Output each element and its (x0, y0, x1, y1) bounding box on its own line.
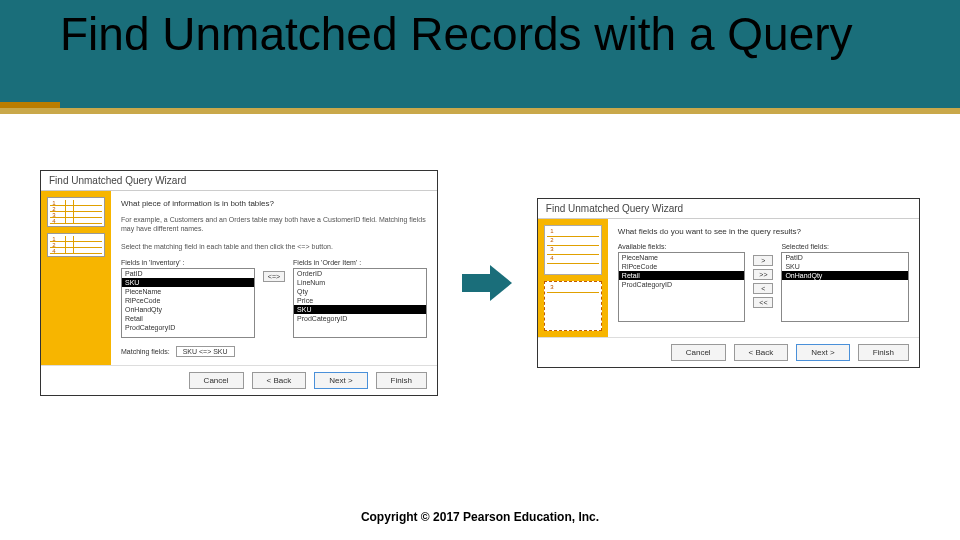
add-all-button[interactable]: >> (753, 269, 773, 280)
selected-fields-listbox[interactable]: PatIDSKUOnHandQty (781, 252, 909, 322)
match-transfer-button[interactable]: <=> (263, 271, 285, 282)
wizard-dialog-select-fields: Find Unmatched Query Wizard 1 2 3 4 3 Wh… (537, 198, 920, 368)
next-button[interactable]: Next > (314, 372, 367, 389)
list-item[interactable]: RlPceCode (122, 296, 254, 305)
cancel-button[interactable]: Cancel (671, 344, 726, 361)
available-fields-label: Available fields: (618, 243, 746, 250)
wizard-side-graphic: 1 2 3 4 1 2 4 (41, 191, 111, 365)
gold-accent-bar-left (0, 102, 60, 108)
add-button[interactable]: > (753, 255, 773, 266)
slide-title: Find Unmatched Records with a Query (60, 10, 853, 58)
list-item[interactable]: SKU (294, 305, 426, 314)
list-item[interactable]: Retail (619, 271, 745, 280)
available-fields-listbox[interactable]: PieceNameRlPceCodeRetailProdCategoryID (618, 252, 746, 322)
list-item[interactable]: RlPceCode (619, 262, 745, 271)
dialog-title: Find Unmatched Query Wizard (41, 171, 437, 191)
wizard-side-graphic: 1 2 3 4 3 (538, 219, 608, 337)
gold-accent-bar (0, 108, 960, 114)
list-item[interactable]: OrderID (294, 269, 426, 278)
flow-arrow (458, 265, 517, 301)
list-item[interactable]: OnHandQty (122, 305, 254, 314)
list-item[interactable]: ProdCategoryID (294, 314, 426, 323)
remove-all-button[interactable]: << (753, 297, 773, 308)
next-button[interactable]: Next > (796, 344, 849, 361)
left-fields-listbox[interactable]: PatIDSKUPieceNameRlPceCodeOnHandQtyRetai… (121, 268, 255, 338)
remove-button[interactable]: < (753, 283, 773, 294)
copyright-text: Copyright © 2017 Pearson Education, Inc. (0, 510, 960, 524)
list-item[interactable]: PieceName (122, 287, 254, 296)
list-item[interactable]: Retail (122, 314, 254, 323)
list-item[interactable]: PatID (122, 269, 254, 278)
right-fields-label: Fields in 'Order Item' : (293, 259, 427, 266)
description-text: For example, a Customers and an Orders t… (121, 215, 427, 233)
question-text: What piece of information is in both tab… (121, 199, 427, 209)
list-item[interactable]: Qty (294, 287, 426, 296)
left-fields-label: Fields in 'Inventory' : (121, 259, 255, 266)
wizard-dialog-matching: Find Unmatched Query Wizard 1 2 3 4 1 2 … (40, 170, 438, 396)
list-item[interactable]: ProdCategoryID (122, 323, 254, 332)
question-text: What fields do you want to see in the qu… (618, 227, 909, 237)
dialog-title: Find Unmatched Query Wizard (538, 199, 919, 219)
back-button[interactable]: < Back (734, 344, 789, 361)
instruction-text: Select the matching field in each table … (121, 242, 427, 251)
list-item[interactable]: PatID (782, 253, 908, 262)
list-item[interactable]: Price (294, 296, 426, 305)
back-button[interactable]: < Back (252, 372, 307, 389)
list-item[interactable]: ProdCategoryID (619, 280, 745, 289)
list-item[interactable]: SKU (782, 262, 908, 271)
cancel-button[interactable]: Cancel (189, 372, 244, 389)
finish-button[interactable]: Finish (858, 344, 909, 361)
list-item[interactable]: SKU (122, 278, 254, 287)
matching-fields-value: SKU <=> SKU (176, 346, 235, 357)
list-item[interactable]: PieceName (619, 253, 745, 262)
selected-fields-label: Selected fields: (781, 243, 909, 250)
list-item[interactable]: OnHandQty (782, 271, 908, 280)
right-fields-listbox[interactable]: OrderIDLineNumQtyPriceSKUProdCategoryID (293, 268, 427, 338)
list-item[interactable]: LineNum (294, 278, 426, 287)
finish-button[interactable]: Finish (376, 372, 427, 389)
matching-fields-label: Matching fields: (121, 348, 170, 355)
content-row: Find Unmatched Query Wizard 1 2 3 4 1 2 … (40, 170, 920, 396)
